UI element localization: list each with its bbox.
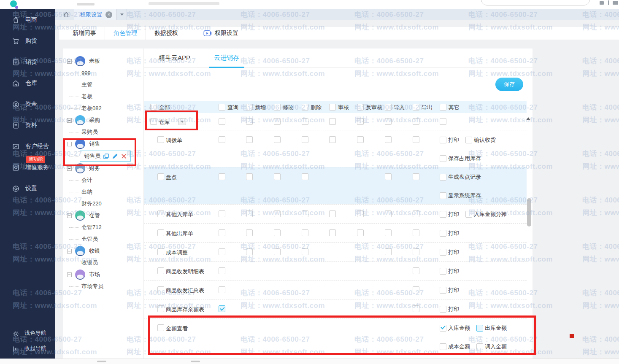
tree-group-warehouse[interactable]: 仓管 (63, 210, 143, 221)
other-permission-打印[interactable]: 打印 (440, 248, 459, 256)
cell-checkbox[interactable] (302, 118, 308, 125)
row-checkbox-stocktake[interactable] (157, 173, 164, 180)
cell-checkbox[interactable] (274, 210, 281, 217)
scrollbar-thumb[interactable] (527, 198, 531, 226)
other-permission-打印[interactable]: 打印 (440, 267, 459, 275)
cell-checkbox[interactable] (219, 210, 225, 217)
permission-video-link[interactable]: 权限设置 (203, 27, 238, 40)
sidebar-item-ecommerce[interactable]: 电商 (0, 9, 55, 30)
global-search-input[interactable] (481, 0, 590, 5)
header-checkbox-修改[interactable] (274, 104, 281, 111)
other-checkbox[interactable] (440, 155, 446, 162)
cell-checkbox[interactable] (274, 229, 281, 236)
row-checkbox-warehouse[interactable] (150, 118, 157, 125)
sidebar-footer-collapse-nav[interactable]: 收起导航 (0, 342, 55, 355)
cell-checkbox[interactable] (329, 210, 336, 217)
other-checkbox[interactable] (440, 192, 446, 199)
cell-checkbox[interactable] (385, 136, 392, 143)
cell-checkbox[interactable] (246, 136, 253, 143)
cell-checkbox[interactable] (329, 229, 336, 236)
cell-checkbox[interactable] (219, 173, 225, 180)
collapse-minus-icon[interactable] (67, 272, 72, 277)
row-checkbox-goods-inout-detail[interactable] (157, 267, 164, 274)
other-checkbox[interactable] (476, 343, 483, 350)
row-checkbox-other-inbound[interactable] (157, 210, 164, 217)
other-permission-调入金额[interactable]: 调入金额 (476, 343, 507, 351)
tree-item-finance-1[interactable]: 会计 (63, 174, 143, 186)
subtab-1[interactable]: 新增同事 (64, 27, 105, 40)
tree-item-boss-2[interactable]: 主管 (63, 79, 143, 91)
cell-checkbox[interactable] (219, 248, 225, 255)
cell-checkbox[interactable] (413, 173, 419, 180)
tree-item-boss-4[interactable]: 老板082 (63, 102, 143, 114)
cell-checkbox[interactable] (413, 305, 419, 312)
content-tab-1[interactable]: 精斗云APP (154, 49, 195, 67)
cell-checkbox[interactable] (274, 173, 281, 180)
header-checkbox-全部[interactable] (150, 104, 157, 111)
tree-group-sales[interactable]: 销售 (63, 138, 143, 150)
sidebar-item-purchase[interactable]: 购货 (0, 30, 55, 51)
cell-checkbox[interactable] (413, 286, 419, 293)
other-permission-打印[interactable]: 打印 (440, 286, 459, 294)
header-checkbox-导出[interactable] (413, 104, 419, 111)
home-button[interactable] (58, 9, 74, 20)
header-checkbox-导入[interactable] (385, 104, 392, 111)
other-permission-保存占用库存[interactable]: 保存占用库存 (440, 155, 481, 162)
other-checkbox[interactable] (440, 306, 446, 313)
cell-checkbox[interactable] (413, 267, 419, 274)
cell-checkbox[interactable] (413, 248, 419, 255)
tree-group-market[interactable]: 市场 (63, 269, 143, 280)
collapse-minus-icon[interactable] (67, 166, 72, 171)
collapse-minus-icon[interactable] (67, 59, 72, 64)
cell-checkbox[interactable] (302, 210, 308, 217)
scroll-up-icon[interactable] (526, 115, 530, 120)
other-checkbox[interactable] (440, 268, 446, 275)
cell-checkbox[interactable] (329, 136, 336, 143)
header-checkbox-其它[interactable] (440, 104, 446, 111)
hscroll-fragment[interactable] (191, 361, 200, 362)
cell-checkbox[interactable] (302, 136, 308, 143)
cell-checkbox[interactable] (357, 136, 364, 143)
cell-checkbox[interactable] (413, 118, 419, 125)
tree-group-boss[interactable]: 老板 (63, 55, 143, 67)
content-tab-2[interactable]: 云进销存 (209, 49, 244, 67)
cell-checkbox[interactable] (302, 248, 308, 255)
tree-item-market-1[interactable]: 市场专员 (63, 280, 143, 292)
cell-checkbox[interactable] (219, 118, 225, 125)
header-checkbox-查询[interactable] (219, 104, 225, 111)
other-checkbox[interactable] (440, 137, 446, 143)
cell-checkbox[interactable] (385, 229, 392, 236)
sidebar-item-value-added[interactable]: 增值服务新功能 (0, 157, 55, 178)
tree-item-finance-2[interactable]: 出纳 (63, 186, 143, 198)
collapse-minus-icon[interactable] (67, 249, 72, 253)
row-checkbox-transfer-order[interactable] (157, 136, 164, 143)
cell-checkbox[interactable] (274, 248, 281, 255)
cell-checkbox[interactable] (246, 118, 253, 125)
tree-item-boss-1[interactable]: 999 (63, 67, 143, 79)
tab-permission-settings[interactable]: 权限设置 × (74, 9, 117, 20)
tree-item-cashier-1[interactable]: 收银员 (63, 257, 143, 269)
tree-group-finance[interactable]: 财务 (63, 162, 143, 174)
cell-checkbox[interactable] (302, 173, 308, 180)
tree-item-warehouse-1[interactable]: 仓管712 (63, 221, 143, 233)
other-checkbox[interactable] (440, 211, 446, 218)
cell-checkbox[interactable] (413, 210, 419, 217)
edit-pencil-icon[interactable] (112, 153, 118, 159)
cell-checkbox[interactable] (219, 286, 225, 293)
close-icon[interactable]: × (105, 11, 112, 18)
tree-group-purchase[interactable]: 采购 (63, 114, 143, 126)
warehouse-dropdown-toggle[interactable] (178, 118, 186, 125)
subtab-2[interactable]: 角色管理 (105, 27, 146, 40)
other-checkbox[interactable] (440, 343, 446, 350)
other-checkbox[interactable] (440, 249, 446, 256)
cell-checkbox[interactable] (329, 118, 336, 125)
tab-list-dropdown[interactable] (117, 9, 127, 20)
other-permission-成本金额[interactable]: 成本金额 (440, 343, 470, 351)
other-checkbox[interactable] (465, 211, 472, 218)
other-permission-打印[interactable]: 打印 (440, 136, 459, 144)
tree-group-cashier[interactable]: 收银 (63, 245, 143, 257)
cell-checkbox[interactable] (219, 267, 225, 274)
other-permission-确认收货[interactable]: 确认收货 (465, 136, 496, 144)
other-permission-入库金额分摊[interactable]: 入库金额分摊 (465, 210, 507, 218)
cell-checkbox[interactable] (413, 229, 419, 236)
